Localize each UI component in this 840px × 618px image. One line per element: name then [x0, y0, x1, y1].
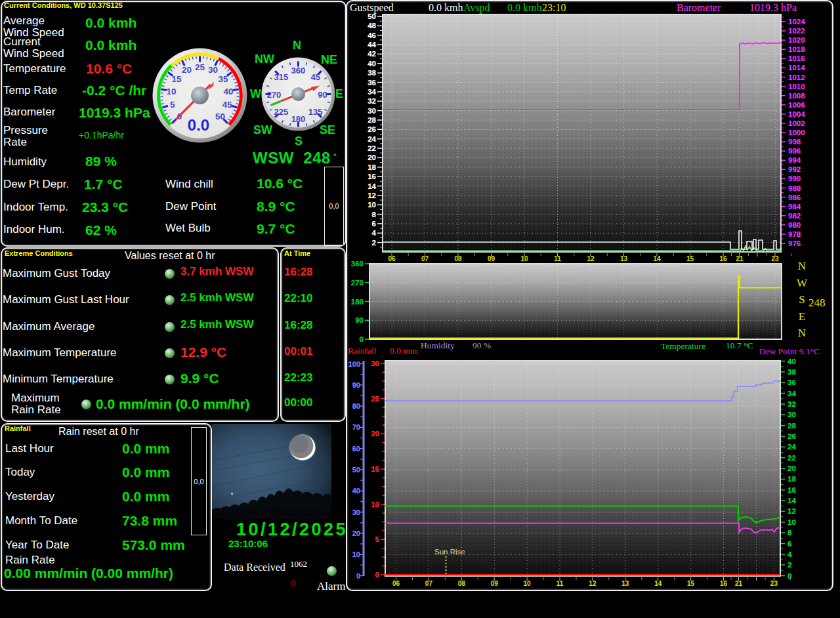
svg-text:14: 14: [654, 580, 662, 587]
svg-text:1002: 1002: [788, 119, 805, 127]
svg-text:25: 25: [371, 395, 379, 403]
svg-text:40: 40: [352, 487, 360, 495]
svg-text:23: 23: [771, 255, 779, 262]
svg-text:248: 248: [808, 297, 826, 309]
svg-text:35: 35: [219, 74, 229, 84]
svg-text:8: 8: [788, 529, 792, 537]
svg-text:11: 11: [554, 255, 561, 262]
svg-text:12: 12: [788, 507, 796, 515]
svg-text:20: 20: [788, 464, 796, 472]
svg-text:996: 996: [788, 147, 801, 155]
svg-text:26: 26: [788, 432, 796, 440]
svg-text:13: 13: [620, 255, 628, 262]
svg-text:60: 60: [352, 445, 360, 453]
svg-text:10: 10: [352, 550, 360, 558]
svg-text:08: 08: [458, 580, 466, 587]
svg-text:Gustspeed: Gustspeed: [350, 2, 394, 14]
svg-text:Temperature: Temperature: [661, 341, 705, 351]
svg-text:30: 30: [788, 411, 796, 419]
svg-text:0: 0: [375, 571, 379, 579]
svg-text:90: 90: [352, 381, 360, 389]
svg-text:30: 30: [371, 360, 379, 367]
svg-text:36: 36: [788, 379, 796, 386]
svg-text:1018: 1018: [788, 45, 805, 53]
svg-text:10: 10: [520, 255, 528, 262]
svg-text:1014: 1014: [788, 64, 805, 72]
svg-text:2: 2: [788, 561, 791, 569]
svg-text:50: 50: [352, 466, 360, 474]
svg-text:0: 0: [360, 335, 364, 343]
svg-text:0.0 kmh: 0.0 kmh: [429, 2, 463, 13]
svg-text:0: 0: [356, 572, 360, 580]
svg-text:1020: 1020: [788, 36, 805, 44]
svg-text:24: 24: [368, 135, 376, 143]
svg-text:15: 15: [686, 255, 694, 262]
svg-text:09: 09: [488, 255, 495, 262]
svg-text:38: 38: [788, 368, 796, 376]
svg-text:24: 24: [788, 443, 796, 451]
svg-text:32: 32: [368, 97, 376, 105]
svg-text:4: 4: [372, 229, 377, 237]
svg-text:10: 10: [788, 518, 796, 526]
svg-text:38: 38: [368, 69, 376, 77]
svg-text:1012: 1012: [788, 73, 805, 81]
svg-text:270: 270: [267, 90, 282, 100]
svg-text:07: 07: [425, 580, 433, 587]
svg-text:990: 990: [788, 175, 801, 182]
svg-text:48: 48: [368, 22, 376, 30]
svg-text:30: 30: [352, 508, 360, 516]
svg-text:20: 20: [371, 430, 379, 438]
svg-text:40: 40: [788, 358, 796, 365]
svg-text:988: 988: [788, 184, 801, 192]
svg-text:180: 180: [291, 114, 306, 124]
svg-text:45: 45: [310, 72, 320, 82]
svg-text:0.0 kmh: 0.0 kmh: [507, 2, 541, 13]
svg-text:978: 978: [788, 230, 801, 238]
svg-text:1016: 1016: [788, 54, 805, 62]
svg-text:Avspd: Avspd: [463, 2, 490, 14]
svg-text:980: 980: [788, 221, 801, 229]
svg-text:16: 16: [719, 255, 727, 262]
svg-text:5: 5: [170, 100, 175, 110]
svg-text:08: 08: [454, 255, 462, 262]
svg-text:8: 8: [372, 211, 377, 218]
svg-text:16: 16: [720, 580, 728, 587]
svg-text:14: 14: [368, 182, 376, 190]
svg-text:42: 42: [368, 50, 376, 58]
svg-text:44: 44: [368, 41, 376, 49]
svg-text:16: 16: [368, 173, 376, 180]
svg-text:15: 15: [371, 465, 379, 473]
svg-text:12: 12: [368, 192, 376, 199]
svg-text:34: 34: [368, 88, 376, 96]
svg-text:23: 23: [770, 580, 778, 587]
svg-text:270: 270: [351, 279, 364, 287]
svg-text:21: 21: [735, 580, 743, 587]
svg-text:46: 46: [368, 31, 376, 39]
svg-text:360: 360: [291, 66, 306, 75]
svg-text:0.0: 0.0: [188, 116, 209, 134]
svg-text:Sun Rise: Sun Rise: [434, 548, 465, 556]
svg-text:28: 28: [368, 116, 376, 124]
svg-text:16: 16: [788, 486, 796, 494]
svg-text:1010: 1010: [788, 83, 805, 91]
svg-text:30: 30: [368, 107, 376, 115]
svg-text:984: 984: [788, 203, 801, 211]
svg-text:40: 40: [368, 60, 376, 68]
svg-text:32: 32: [788, 400, 796, 408]
svg-text:07: 07: [421, 255, 429, 262]
svg-text:6: 6: [788, 540, 791, 548]
svg-text:998: 998: [788, 138, 801, 146]
svg-text:18: 18: [368, 163, 376, 171]
svg-text:14: 14: [788, 497, 796, 505]
svg-text:21: 21: [736, 255, 744, 262]
svg-text:1004: 1004: [788, 110, 805, 118]
svg-text:20: 20: [368, 154, 376, 161]
svg-text:1006: 1006: [788, 101, 805, 109]
svg-text:14: 14: [653, 255, 661, 262]
svg-text:10: 10: [371, 501, 379, 508]
svg-text:28: 28: [788, 422, 796, 430]
svg-text:90: 90: [355, 316, 364, 324]
svg-text:W: W: [797, 277, 808, 289]
svg-text:2: 2: [372, 239, 376, 247]
svg-text:1024: 1024: [788, 18, 805, 26]
